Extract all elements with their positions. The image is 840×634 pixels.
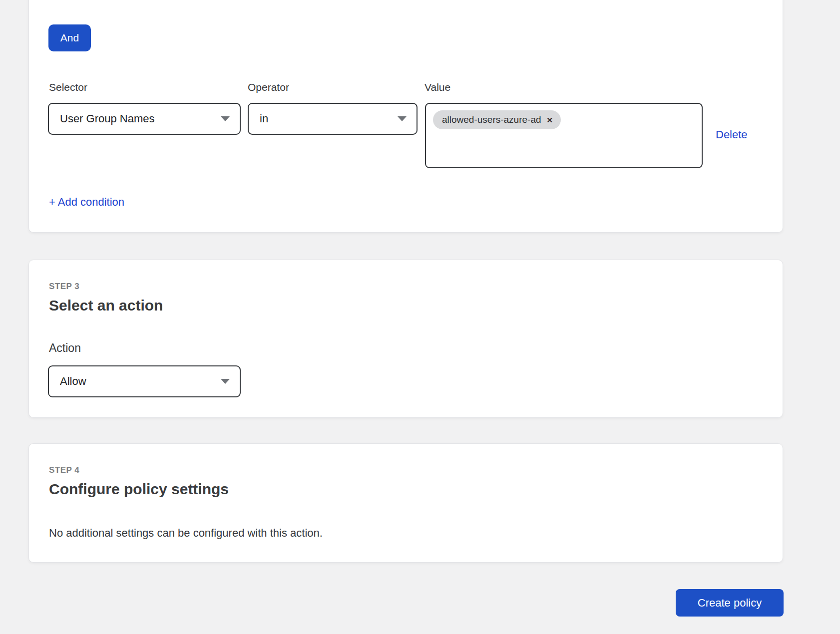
operator-field-label: Operator (248, 81, 289, 93)
step4-eyebrow: STEP 4 (49, 465, 79, 475)
step4-title: Configure policy settings (49, 481, 229, 498)
step4-card: STEP 4 Configure policy settings No addi… (28, 443, 783, 563)
value-multiselect-input[interactable]: allowed-users-azure-ad ✕ (425, 103, 703, 168)
selector-field-label: Selector (49, 81, 87, 93)
selector-dropdown[interactable]: User Group Names (48, 103, 241, 135)
and-operator-button[interactable]: And (48, 24, 91, 51)
action-field-label: Action (49, 341, 81, 355)
step4-note-text: No additional settings can be configured… (49, 527, 323, 540)
condition-card: And Selector Operator Value User Group N… (28, 0, 783, 233)
selector-dropdown-value: User Group Names (60, 112, 221, 125)
step3-card: STEP 3 Select an action Action Allow (28, 260, 783, 418)
remove-tag-icon[interactable]: ✕ (547, 116, 553, 124)
value-field-label: Value (424, 81, 450, 93)
action-dropdown[interactable]: Allow (48, 365, 241, 397)
value-tag: allowed-users-azure-ad ✕ (433, 110, 561, 129)
operator-dropdown[interactable]: in (248, 103, 418, 135)
chevron-down-icon (221, 116, 230, 121)
add-condition-link[interactable]: + Add condition (49, 196, 124, 209)
operator-dropdown-value: in (260, 112, 398, 125)
chevron-down-icon (398, 116, 407, 121)
value-tag-text: allowed-users-azure-ad (442, 114, 541, 125)
action-dropdown-value: Allow (60, 375, 221, 388)
step3-title: Select an action (49, 297, 163, 314)
step3-eyebrow: STEP 3 (49, 282, 79, 292)
delete-condition-link[interactable]: Delete (716, 128, 748, 141)
chevron-down-icon (221, 379, 230, 384)
create-policy-button[interactable]: Create policy (676, 589, 784, 617)
